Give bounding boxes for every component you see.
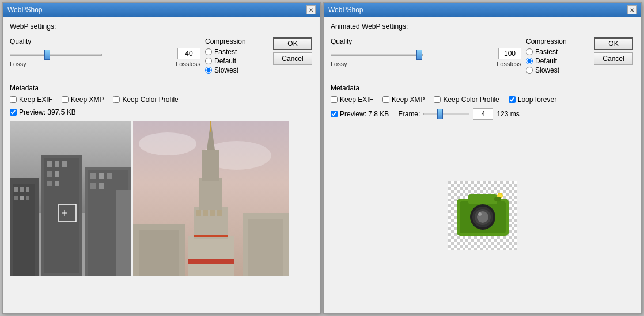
svg-rect-25 xyxy=(99,183,104,189)
keep-exif-left[interactable]: Keep EXIF xyxy=(10,96,52,104)
svg-rect-64 xyxy=(494,197,501,201)
quality-label-left: Quality xyxy=(10,37,200,45)
radio-default-left[interactable]: Default xyxy=(205,57,268,65)
svg-rect-36 xyxy=(202,150,219,181)
svg-rect-24 xyxy=(90,183,96,189)
keep-color-profile-label-right: Keep Color Profile xyxy=(443,96,499,104)
keep-color-profile-left[interactable]: Keep Color Profile xyxy=(113,96,178,104)
svg-rect-23 xyxy=(107,173,112,179)
webp-settings-dialog: WebPShop ✕ WebP settings: Quality 40 Los… xyxy=(2,2,321,314)
quality-label-right: Quality xyxy=(331,37,521,45)
svg-point-31 xyxy=(139,132,196,155)
radio-default-right[interactable]: Default xyxy=(526,57,589,65)
keep-exif-label-right: Keep EXIF xyxy=(340,96,373,104)
svg-rect-13 xyxy=(55,161,59,167)
title-right: WebPShop xyxy=(328,6,363,14)
quality-slider-right[interactable] xyxy=(331,54,423,56)
close-button-right[interactable]: ✕ xyxy=(627,5,637,14)
compression-group-right: Fastest Default Slowest xyxy=(526,48,589,74)
svg-rect-12 xyxy=(47,161,52,167)
preview-checkbox-left[interactable]: Preview: 397.5 KB xyxy=(10,108,76,116)
preview-label-left: Preview: 397.5 KB xyxy=(19,108,76,116)
animated-preview-area xyxy=(448,181,517,250)
svg-point-63 xyxy=(498,194,502,197)
frame-label-right: Frame: xyxy=(398,110,420,118)
lossy-label-right: Lossy xyxy=(331,60,347,67)
lossless-label-left: Lossless xyxy=(176,60,200,67)
compression-label-left: Compression xyxy=(205,37,268,45)
svg-rect-4 xyxy=(14,187,18,192)
keep-color-profile-label-left: Keep Color Profile xyxy=(122,96,178,104)
frame-input-right[interactable]: 4 xyxy=(473,108,493,120)
svg-rect-33 xyxy=(188,236,234,276)
cancel-button-left[interactable]: Cancel xyxy=(273,52,312,65)
svg-rect-55 xyxy=(468,194,497,204)
keep-xmp-left[interactable]: Keep XMP xyxy=(62,96,104,104)
compression-label-right: Compression xyxy=(526,37,589,45)
keep-exif-right[interactable]: Keep EXIF xyxy=(331,96,373,104)
keep-xmp-right[interactable]: Keep XMP xyxy=(382,96,425,104)
frame-ms-right: 123 ms xyxy=(497,110,519,118)
svg-rect-39 xyxy=(196,210,201,216)
radio-slowest-left[interactable]: Slowest xyxy=(205,66,268,74)
svg-rect-7 xyxy=(14,196,18,200)
svg-rect-21 xyxy=(90,173,96,179)
keep-exif-label-left: Keep EXIF xyxy=(19,96,52,104)
keep-xmp-label-right: Keep XMP xyxy=(392,96,425,104)
title-bar-right: WebPShop ✕ xyxy=(324,3,641,17)
radio-fastest-left[interactable]: Fastest xyxy=(205,48,268,56)
svg-rect-9 xyxy=(26,196,29,200)
preview-label-right: Preview: 7.8 KB xyxy=(340,110,389,118)
svg-rect-35 xyxy=(199,178,222,210)
svg-rect-15 xyxy=(47,171,52,177)
preview-checkbox-right[interactable]: Preview: 7.8 KB xyxy=(331,110,389,118)
svg-rect-44 xyxy=(194,235,228,237)
camera-icon xyxy=(448,181,517,250)
camera-icon-area xyxy=(331,124,634,307)
radio-fastest-right[interactable]: Fastest xyxy=(526,48,589,56)
svg-rect-48 xyxy=(248,219,283,276)
svg-rect-42 xyxy=(217,210,222,216)
animated-webp-settings-dialog: WebPShop ✕ Animated WebP settings: Quali… xyxy=(323,2,642,314)
image-area-left xyxy=(10,121,313,307)
settings-label-left: WebP settings: xyxy=(10,22,313,31)
svg-rect-18 xyxy=(55,181,59,186)
thumbnail-bw xyxy=(10,121,131,276)
svg-rect-46 xyxy=(139,230,179,276)
svg-rect-40 xyxy=(203,210,208,216)
svg-rect-22 xyxy=(99,173,104,179)
svg-rect-14 xyxy=(62,161,67,167)
loop-forever-label-right: Loop forever xyxy=(518,96,556,104)
svg-rect-26 xyxy=(116,190,131,276)
svg-rect-43 xyxy=(188,259,234,264)
svg-rect-17 xyxy=(47,181,52,186)
close-button-left[interactable]: ✕ xyxy=(306,5,316,14)
loop-forever-right[interactable]: Loop forever xyxy=(509,96,556,104)
lossless-label-right: Lossless xyxy=(497,60,521,67)
svg-rect-8 xyxy=(20,196,24,200)
quality-input-left[interactable]: 40 xyxy=(177,48,200,59)
quality-slider-left[interactable] xyxy=(10,54,102,56)
svg-rect-6 xyxy=(26,187,29,192)
svg-rect-16 xyxy=(55,171,59,177)
metadata-label-right: Metadata xyxy=(331,84,634,92)
settings-label-right: Animated WebP settings: xyxy=(331,22,634,31)
metadata-label-left: Metadata xyxy=(10,84,313,92)
title-bar-left: WebPShop ✕ xyxy=(3,3,320,17)
frame-slider-right[interactable] xyxy=(423,113,469,115)
svg-rect-41 xyxy=(210,210,215,216)
ok-button-right[interactable]: OK xyxy=(594,37,633,50)
quality-input-right[interactable]: 100 xyxy=(498,48,521,59)
keep-xmp-label-left: Keep XMP xyxy=(71,96,104,104)
title-left: WebPShop xyxy=(7,6,43,14)
keep-color-profile-right[interactable]: Keep Color Profile xyxy=(434,96,499,104)
lossy-label-left: Lossy xyxy=(10,60,26,67)
compression-group-left: Fastest Default Slowest xyxy=(205,48,268,74)
svg-point-61 xyxy=(478,212,482,216)
ok-button-left[interactable]: OK xyxy=(273,37,312,50)
svg-rect-5 xyxy=(20,187,24,192)
cancel-button-right[interactable]: Cancel xyxy=(594,52,633,65)
thumbnail-color xyxy=(133,121,289,276)
radio-slowest-right[interactable]: Slowest xyxy=(526,66,589,74)
